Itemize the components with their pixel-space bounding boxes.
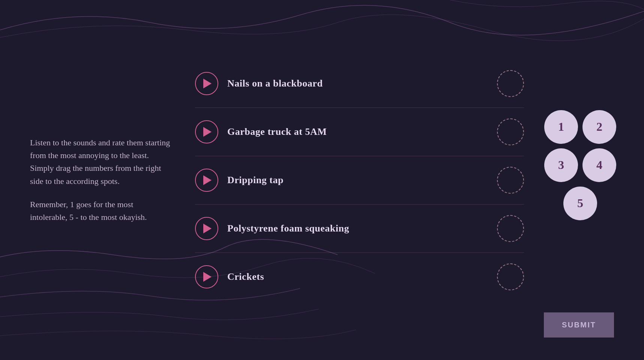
instruction-panel: Listen to the sounds and rate them start… [30, 136, 173, 224]
play-button-garbage[interactable] [195, 120, 218, 143]
play-button-crickets[interactable] [195, 265, 218, 288]
drop-zone-garbage[interactable] [497, 118, 524, 145]
number-badge-2[interactable]: 2 [582, 110, 616, 144]
numbers-row-1: 1 2 [544, 110, 616, 144]
drop-zone-nails[interactable] [497, 70, 524, 97]
sound-label-nails: Nails on a blackboard [227, 78, 488, 89]
sound-row-polystyrene: Polystyrene foam squeaking [195, 205, 524, 253]
sound-row-crickets: Crickets [195, 253, 524, 301]
number-badge-1[interactable]: 1 [544, 110, 578, 144]
play-icon-nails [203, 79, 212, 88]
play-button-polystyrene[interactable] [195, 217, 218, 240]
sound-list: Nails on a blackboard Garbage truck at 5… [195, 60, 524, 301]
play-icon-polystyrene [203, 224, 212, 233]
number-badge-3[interactable]: 3 [544, 148, 578, 182]
instruction-paragraph-1: Listen to the sounds and rate them start… [30, 136, 173, 187]
drop-zone-dripping[interactable] [497, 167, 524, 194]
sound-label-polystyrene: Polystyrene foam squeaking [227, 223, 488, 234]
numbers-row-3: 5 [563, 187, 597, 220]
numbers-row-2: 3 4 [544, 148, 616, 182]
sound-row-dripping: Dripping tap [195, 156, 524, 205]
number-badge-4[interactable]: 4 [582, 148, 616, 182]
content-wrapper: Listen to the sounds and rate them start… [0, 0, 644, 360]
play-button-dripping[interactable] [195, 169, 218, 192]
sound-label-crickets: Crickets [227, 271, 488, 282]
play-icon-dripping [203, 175, 212, 185]
play-icon-garbage [203, 127, 212, 137]
play-button-nails[interactable] [195, 72, 218, 95]
sound-label-garbage: Garbage truck at 5AM [227, 126, 488, 137]
numbers-panel: 1 2 3 4 5 [546, 110, 614, 250]
sound-row-garbage: Garbage truck at 5AM [195, 108, 524, 156]
sound-row-nails: Nails on a blackboard [195, 60, 524, 108]
play-icon-crickets [203, 272, 212, 282]
sound-label-dripping: Dripping tap [227, 175, 488, 186]
drop-zone-polystyrene[interactable] [497, 215, 524, 242]
instruction-paragraph-2: Remember, 1 goes for the most intolerabl… [30, 198, 173, 224]
number-badge-5[interactable]: 5 [563, 187, 597, 220]
drop-zone-crickets[interactable] [497, 263, 524, 290]
